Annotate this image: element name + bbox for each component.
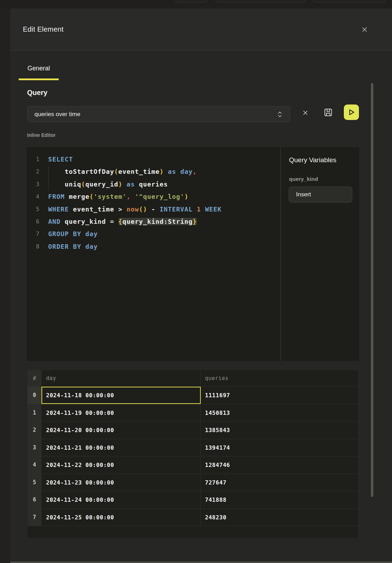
table-row[interactable]: 32024-11-21 00:00:001394174	[27, 439, 358, 456]
queries-cell[interactable]: 248230	[201, 509, 358, 526]
indent-guide	[48, 165, 49, 178]
modal-header	[10, 8, 392, 51]
day-cell[interactable]: 2024-11-23 00:00:00	[41, 474, 201, 491]
table-row[interactable]: 62024-11-24 00:00:00741888	[27, 491, 358, 508]
query-select[interactable]: queries over time	[27, 106, 290, 122]
code-text: WHERE event_time > now() - INTERVAL 1 WE…	[48, 203, 221, 215]
queries-cell[interactable]: 727647	[201, 474, 358, 491]
column-header-day: day	[41, 370, 201, 386]
results-table: #dayqueries02024-11-18 00:00:00111169712…	[27, 370, 358, 538]
modal-backdrop	[0, 8, 10, 563]
code-text: ORDER BY day	[48, 240, 98, 253]
day-cell[interactable]: 2024-11-25 00:00:00	[41, 509, 201, 526]
table-header-row: #dayqueries	[27, 370, 358, 386]
queries-cell[interactable]: 1111697	[201, 387, 358, 404]
bottom-edge-bar	[10, 562, 392, 563]
day-cell[interactable]: 2024-11-22 00:00:00	[41, 456, 201, 474]
queries-cell[interactable]: 1385843	[201, 422, 358, 439]
row-index-cell: 1	[27, 404, 41, 422]
indent-guide	[48, 178, 49, 190]
background-toolbar-button	[313, 0, 386, 2]
day-cell[interactable]: 2024-11-18 00:00:00	[41, 387, 201, 404]
query-select-value: queries over time	[34, 107, 80, 122]
line-number: 5	[27, 203, 39, 215]
queries-cell[interactable]: 1450813	[201, 404, 358, 422]
line-number: 7	[27, 228, 39, 240]
inline-editor-label: Inline Editor	[27, 132, 56, 138]
column-header-index: #	[27, 370, 41, 386]
clear-query-icon[interactable]	[303, 110, 308, 115]
code-text: SELECT	[48, 153, 73, 165]
code-text: uniq(query_id) as queries	[48, 178, 168, 190]
column-header-queries: queries	[201, 370, 358, 386]
line-number: 8	[27, 240, 39, 253]
run-query-button[interactable]	[344, 105, 359, 120]
edit-element-modal: Edit Element General Query queries over …	[10, 8, 392, 563]
save-icon[interactable]	[323, 108, 333, 117]
table-row[interactable]: 72024-11-25 00:00:00248230	[27, 508, 358, 526]
table-row[interactable]: 42024-11-22 00:00:001284746	[27, 456, 358, 474]
background-top-bar	[0, 0, 392, 8]
tab-general[interactable]: General	[19, 58, 59, 80]
query-variable-chip: {query_kind:String}	[118, 218, 197, 225]
query-variable-name: query_kind	[289, 176, 318, 182]
background-toolbar-button	[215, 0, 306, 2]
code-line: 3 uniq(query_id) as queries	[27, 178, 279, 190]
modal-scrollbar[interactable]	[371, 83, 373, 497]
row-index-cell: 2	[27, 422, 41, 439]
day-cell[interactable]: 2024-11-19 00:00:00	[41, 404, 201, 422]
code-line: 7GROUP BY day	[27, 228, 279, 240]
day-cell[interactable]: 2024-11-21 00:00:00	[41, 439, 201, 456]
queries-cell[interactable]: 1284746	[201, 456, 358, 474]
query-section-label: Query	[27, 89, 47, 97]
queries-cell[interactable]: 741888	[201, 491, 358, 508]
queries-cell[interactable]: 1394174	[201, 439, 358, 456]
row-index-cell: 4	[27, 456, 41, 474]
table-row[interactable]: 52024-11-23 00:00:00727647	[27, 474, 358, 491]
line-number: 2	[27, 165, 39, 178]
code-line: 2 toStartOfDay(event_time) as day,	[27, 165, 279, 178]
line-number: 1	[27, 153, 39, 165]
code-line: 8ORDER BY day	[27, 240, 279, 253]
row-index-cell: 0	[27, 387, 41, 404]
code-text: toStartOfDay(event_time) as day,	[48, 165, 197, 178]
sql-editor[interactable]: 1SELECT2 toStartOfDay(event_time) as day…	[27, 147, 359, 361]
table-footer	[27, 526, 358, 538]
row-index-cell: 6	[27, 491, 41, 508]
table-row[interactable]: 02024-11-18 00:00:001111697	[27, 386, 358, 404]
row-index-cell: 3	[27, 439, 41, 456]
code-line: 6AND query_kind = {query_kind:String}	[27, 215, 279, 228]
code-line: 4FROM merge('system', '^query_log')	[27, 190, 279, 203]
query-variables-panel: Query Variables query_kind Insert	[280, 147, 359, 361]
code-line: 1SELECT	[27, 153, 279, 165]
line-number: 3	[27, 178, 39, 190]
close-icon[interactable]	[361, 26, 368, 33]
chevron-up-down-icon	[278, 111, 282, 118]
modal-title: Edit Element	[23, 25, 64, 33]
day-cell[interactable]: 2024-11-24 00:00:00	[41, 491, 201, 508]
code-line: 5WHERE event_time > now() - INTERVAL 1 W…	[27, 203, 279, 215]
line-number: 4	[27, 190, 39, 203]
row-index-cell: 7	[27, 509, 41, 526]
day-cell[interactable]: 2024-11-20 00:00:00	[41, 422, 201, 439]
background-toolbar-button	[175, 0, 207, 2]
code-text: GROUP BY day	[48, 228, 98, 240]
insert-variable-button[interactable]: Insert	[289, 186, 352, 203]
row-index-cell: 5	[27, 474, 41, 491]
table-row[interactable]: 22024-11-20 00:00:001385843	[27, 421, 358, 439]
code-text: AND query_kind = {query_kind:String}	[48, 215, 197, 228]
sql-code[interactable]: 1SELECT2 toStartOfDay(event_time) as day…	[27, 147, 279, 253]
query-variables-title: Query Variables	[289, 156, 336, 164]
line-number: 6	[27, 215, 39, 228]
table-row[interactable]: 12024-11-19 00:00:001450813	[27, 404, 358, 422]
code-text: FROM merge('system', '^query_log')	[48, 190, 188, 203]
